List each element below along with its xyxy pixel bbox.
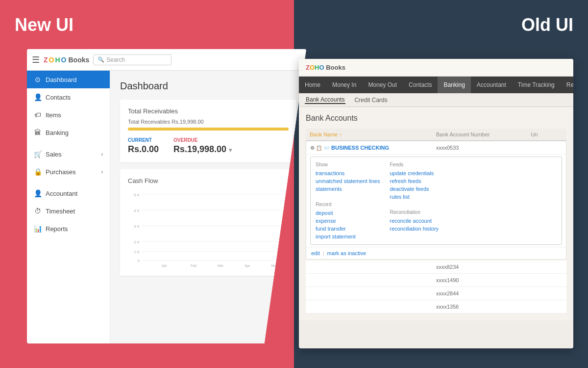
record-header: Record (316, 202, 380, 207)
old-nav-reports[interactable]: Reports (561, 77, 573, 93)
mark-inactive-link[interactable]: mark as inactive (327, 250, 366, 256)
overdue-receivable: OVERDUE Rs.19,998.00 ▾ (173, 137, 232, 155)
old-nav-accountant[interactable]: Accountant (471, 77, 512, 93)
search-bar[interactable]: 🔍 Search (93, 54, 172, 65)
bank-row-header: ⚙ 📋 📨 BUSINESS CHECKING xxxx0533 (306, 141, 566, 155)
old-subnav-creditcards[interactable]: Credit Cards (353, 97, 388, 104)
svg-text:4 K: 4 K (134, 209, 140, 213)
transactions-link[interactable]: transactions (316, 170, 380, 176)
old-nav: Home Money In Money Out Contacts Banking… (299, 77, 573, 93)
timesheet-icon: ⏱ (34, 207, 42, 215)
sidebar-label-banking: Banking (46, 129, 69, 136)
sidebar-label-items: Items (46, 111, 61, 119)
old-logo-z: Z (306, 64, 310, 71)
pbank-acct-3: xxxx2844 (436, 290, 531, 296)
old-nav-timetracking[interactable]: Time Tracking (512, 77, 561, 93)
sidebar-item-dashboard[interactable]: ⊙ Dashboard (27, 71, 110, 88)
receivables-total-label: Total Receivables Rs.19,998.00 (128, 119, 289, 125)
old-topbar: ZOHO Books (299, 59, 573, 77)
old-table-header: Bank Name ↑ Bank Account Number Un (306, 129, 566, 141)
svg-text:3 K: 3 K (134, 224, 140, 229)
feeds-col: Feeds update credentials refresh feeds d… (390, 162, 439, 239)
sidebar-label-reports: Reports (46, 225, 68, 233)
sidebar-item-purchases[interactable]: 🔒 Purchases › (27, 163, 110, 181)
bank-row-3: xxxx2844 (306, 287, 566, 300)
logo-o1: O (49, 56, 54, 64)
cashflow-chart: 5 K 4 K 3 K 2 K 1 K 0 Ja (128, 189, 289, 268)
sidebar-item-banking[interactable]: 🏛 Banking (27, 124, 110, 141)
deactivate-feeds-link[interactable]: deactivate feeds (390, 186, 439, 192)
reports-icon: 📊 (34, 225, 42, 233)
refresh-feeds-link[interactable]: refresh feeds (390, 178, 439, 184)
old-nav-moneyin[interactable]: Money In (326, 77, 362, 93)
reconciliation-history-link[interactable]: reconciliation history (390, 226, 439, 232)
sidebar-item-items[interactable]: 🏷 Items (27, 106, 110, 124)
current-label: CURRENT (128, 137, 159, 143)
zoho-logo: ZOHO Books (44, 56, 89, 64)
search-icon: 🔍 (98, 56, 104, 63)
search-placeholder: Search (106, 56, 125, 63)
edit-link[interactable]: edit (311, 250, 320, 256)
feeds-header: Feeds (390, 162, 439, 167)
old-subnav-bankaccounts[interactable]: Bank Accounts (305, 96, 345, 104)
svg-text:Apr: Apr (245, 264, 251, 268)
sales-chevron-icon: › (101, 152, 103, 157)
update-credentials-link[interactable]: update credentials (390, 170, 439, 176)
current-amount: Rs.0.00 (128, 144, 159, 155)
overdue-dropdown-icon[interactable]: ▾ (229, 147, 232, 154)
old-main-content: Bank Accounts Bank Name ↑ Bank Account N… (299, 107, 573, 320)
bank-acct-active: xxxx0533 (436, 145, 531, 151)
statements-link[interactable]: statements (316, 186, 380, 192)
cashflow-title: Cash Flow (128, 177, 289, 184)
sales-icon: 🛒 (34, 150, 42, 158)
edit-separator: | (323, 250, 324, 256)
sidebar-item-timesheet[interactable]: ⏱ Timesheet (27, 202, 110, 220)
col-account-number: Bank Account Number (436, 131, 531, 137)
sidebar-label-dashboard: Dashboard (46, 76, 77, 83)
old-nav-contacts[interactable]: Contacts (403, 77, 438, 93)
sidebar-label-purchases: Purchases (46, 168, 75, 176)
old-nav-moneyout[interactable]: Money Out (362, 77, 403, 93)
receivables-progress-bar (128, 128, 289, 131)
bank-icon-2[interactable]: 📨 (323, 145, 329, 151)
pbank-acct-4: xxxx1356 (436, 304, 531, 310)
fund-transfer-link[interactable]: fund transfer (316, 226, 380, 232)
col-bank-name: Bank Name ↑ (310, 131, 436, 137)
sidebar-item-accountant[interactable]: 👤 Accountant (27, 184, 110, 202)
new-topbar: ☰ ZOHO Books 🔍 Search (27, 49, 306, 71)
old-nav-banking[interactable]: Banking (438, 77, 470, 93)
bank-icon-1[interactable]: 📋 (316, 145, 322, 151)
old-logo-books: Books (326, 64, 345, 71)
page-title: Dashboard (120, 80, 296, 92)
old-logo: ZOHO Books (306, 64, 345, 71)
sidebar-item-contacts[interactable]: 👤 Contacts (27, 88, 110, 106)
purchases-chevron-icon: › (101, 169, 103, 175)
new-ui-window: ☰ ZOHO Books 🔍 Search ⊙ Dashboard 👤 Cont… (27, 49, 306, 343)
bank-row-active: ⚙ 📋 📨 BUSINESS CHECKING xxxx0533 Show tr… (306, 141, 566, 260)
unmatched-link[interactable]: unmatched statement lines (316, 178, 380, 184)
hamburger-icon[interactable]: ☰ (32, 54, 40, 65)
bank-name-col: ⚙ 📋 📨 BUSINESS CHECKING (310, 145, 436, 151)
settings-icon[interactable]: ⚙ (310, 145, 315, 151)
deposit-link[interactable]: deposit (316, 210, 380, 216)
bank-icons: ⚙ 📋 📨 (310, 145, 329, 151)
expense-link[interactable]: expense (316, 218, 380, 224)
dropdown-edit-row: edit | mark as inactive (306, 247, 566, 259)
pbank-acct-2: xxxx1490 (436, 277, 531, 283)
svg-text:1 K: 1 K (134, 250, 140, 254)
svg-text:Mar: Mar (218, 264, 224, 267)
sidebar-label-sales: Sales (46, 151, 62, 158)
old-ui-window: ZOHO Books Home Money In Money Out Conta… (299, 59, 573, 348)
sidebar-item-reports[interactable]: 📊 Reports (27, 220, 110, 237)
sidebar-item-sales[interactable]: 🛒 Sales › (27, 145, 110, 163)
bank-row-4: xxxx1356 (306, 300, 566, 314)
banking-icon: 🏛 (34, 129, 42, 136)
old-nav-home[interactable]: Home (299, 77, 326, 93)
import-statement-link[interactable]: import statement (316, 234, 380, 239)
business-checking-name: BUSINESS CHECKING (331, 145, 389, 151)
receivables-row: CURRENT Rs.0.00 OVERDUE Rs.19,998.00 ▾ (128, 137, 289, 155)
bank-row-2: xxxx1490 (306, 274, 566, 287)
rules-list-link[interactable]: rules list (390, 194, 439, 200)
reconcile-account-link[interactable]: reconcile account (390, 218, 439, 224)
old-ui-label: Old UI (521, 15, 573, 35)
